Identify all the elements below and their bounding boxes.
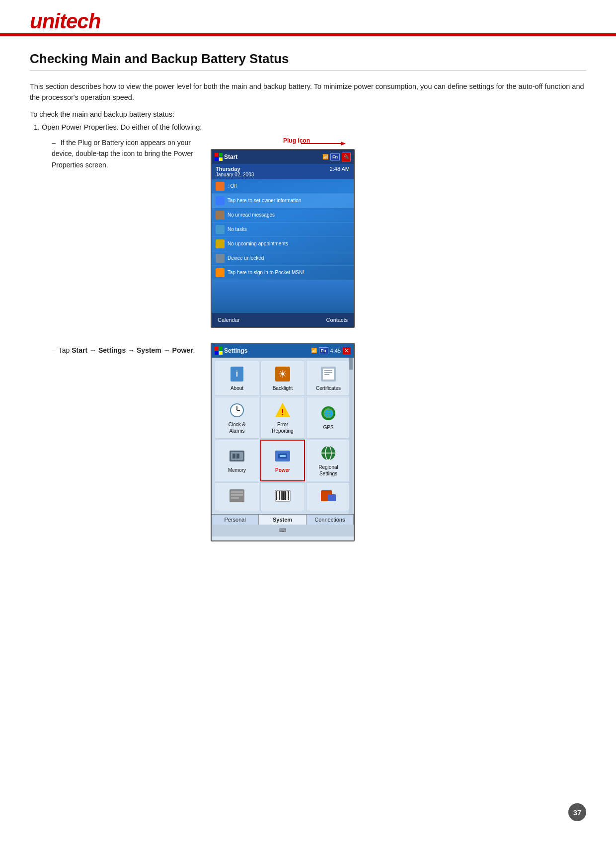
page-title: Checking Main and Backup Battery Status [30, 51, 586, 71]
svg-rect-44 [278, 491, 278, 500]
settings-tab-personal[interactable]: Personal [212, 515, 259, 525]
plug-icon: 🔌 [342, 153, 351, 161]
svg-rect-31 [236, 454, 239, 459]
phone1-date-bar: Thursday January 02, 2003 2:48 AM [212, 164, 354, 179]
error-reporting-icon: ! [274, 401, 292, 419]
svg-rect-9 [219, 351, 223, 355]
settings-item-row4-3[interactable] [306, 482, 351, 511]
phone-screenshot-1-container: Plug icon [211, 135, 355, 328]
settings-scrollbar[interactable] [349, 358, 353, 514]
logo-part1: uni [30, 9, 60, 33]
phone-screen-2: Settings 📶 Fn 4:45 ✕ [211, 343, 355, 541]
substep-2: – Tap Start → Settings → System → Power. [52, 343, 586, 541]
memory-svg [229, 448, 245, 464]
settings-item-memory[interactable]: Memory [215, 440, 259, 481]
appointments-icon [216, 239, 225, 248]
about-icon: i [228, 365, 246, 383]
plug-arrow [301, 140, 346, 147]
appointments-text: No upcoming appointments [228, 241, 288, 246]
certificates-icon [319, 365, 337, 383]
svg-marker-1 [341, 142, 346, 146]
settings-grid: i About [212, 358, 354, 514]
settings-tab-connections[interactable]: Connections [307, 515, 354, 525]
svg-rect-53 [328, 494, 336, 501]
substep-2-content: Tap Start → Settings → System → Power. [59, 345, 195, 356]
svg-rect-3 [219, 153, 223, 156]
gps-svg: 🌐 [320, 405, 337, 422]
svg-rect-39 [231, 491, 243, 493]
steps-list: Open Power Properties. Do either of the … [30, 123, 586, 541]
phone1-bottom-bar: Calendar Contacts [212, 313, 354, 327]
settings-close-icon: ✕ [343, 347, 351, 354]
svg-rect-17 [324, 372, 332, 373]
settings-item-certificates[interactable]: Certificates [306, 361, 351, 396]
svg-text:!: ! [281, 408, 284, 417]
settings-taskbar-icons: 📶 Fn 4:45 ✕ [311, 347, 351, 354]
settings-tabs: Personal System Connections [212, 514, 354, 525]
settings-content: i About [212, 358, 354, 514]
svg-text:i: i [236, 370, 238, 378]
svg-rect-16 [324, 370, 332, 371]
settings-start-label: Settings [224, 347, 247, 354]
certificates-label: Certificates [316, 385, 341, 391]
error-reporting-svg: ! [274, 402, 291, 419]
settings-item-clock[interactable]: Clock &Alarms [215, 397, 259, 439]
svg-rect-34 [280, 455, 286, 457]
phone-item-owner: Tap here to set owner information [212, 194, 354, 208]
fn-badge: Fn [330, 153, 340, 160]
svg-rect-46 [281, 491, 282, 500]
phone-item-tasks: No tasks [212, 223, 354, 237]
svg-rect-51 [288, 491, 289, 500]
phone1-calendar: Calendar [218, 317, 240, 323]
bluetooth-icon [216, 182, 225, 191]
svg-rect-30 [232, 454, 235, 459]
row4-3-icon [319, 487, 337, 505]
phone-item-msn: Tap here to sign in to Pocket MSN! [212, 266, 354, 280]
settings-scrollbar-thumb[interactable] [349, 358, 353, 370]
gps-icon: 🌐 [319, 404, 337, 422]
settings-tab-system[interactable]: System [259, 515, 306, 525]
settings-windows-icon [215, 347, 223, 355]
step-1-text: Open Power Properties. Do either of the … [42, 123, 202, 131]
svg-rect-5 [219, 157, 223, 161]
phone-screen-1: Start 📶 Fn 🔌 [211, 149, 355, 328]
substep-1-description: If the Plug or Battery icon appears on y… [52, 139, 193, 169]
step-1: Open Power Properties. Do either of the … [42, 123, 586, 541]
phone1-taskbar-icons: 📶 Fn 🔌 [322, 153, 351, 161]
gps-label: GPS [323, 424, 333, 431]
error-reporting-label: ErrorReporting [272, 421, 293, 434]
row4-2-svg [274, 487, 291, 504]
backlight-label: Backlight [273, 385, 293, 391]
page-header: unitech [0, 0, 616, 35]
svg-rect-50 [287, 491, 287, 500]
settings-start: Settings [215, 347, 247, 355]
msn-text: Tap here to sign in to Pocket MSN! [228, 270, 304, 275]
page-number: 37 [568, 803, 586, 821]
settings-item-about[interactable]: i About [215, 361, 259, 396]
settings-item-gps[interactable]: 🌐 GPS [306, 397, 351, 439]
svg-rect-41 [231, 497, 239, 499]
substep-1: – If the Plug or Battery icon appears on… [52, 135, 586, 328]
dash-1: – [52, 139, 56, 147]
phone-item-device: Device unlocked [212, 251, 354, 266]
settings-item-regional[interactable]: RegionalSettings [306, 440, 351, 481]
svg-rect-40 [231, 494, 243, 496]
windows-flag-icon [215, 153, 223, 161]
settings-item-error-reporting[interactable]: ! ErrorReporting [260, 397, 305, 439]
settings-fn-badge: Fn [319, 347, 328, 354]
company-logo: unitech [30, 9, 100, 33]
svg-rect-48 [283, 491, 285, 500]
settings-item-power[interactable]: Power [260, 440, 305, 481]
phone1-date: Thursday January 02, 2003 [216, 166, 254, 177]
check-paragraph: To check the main and backup battery sta… [30, 110, 586, 118]
owner-icon [216, 196, 225, 205]
settings-item-row4-2[interactable] [260, 482, 305, 511]
row4-3-svg [320, 487, 337, 504]
settings-item-row4-1[interactable] [215, 482, 259, 511]
settings-keyboard-bar[interactable]: ⌨ [212, 525, 354, 536]
settings-taskbar: Settings 📶 Fn 4:45 ✕ [212, 344, 354, 358]
svg-rect-7 [219, 347, 223, 350]
settings-item-backlight[interactable]: ☀ Backlight [260, 361, 305, 396]
substep-1-text: – If the Plug or Battery icon appears on… [52, 135, 201, 170]
messages-text: No unread messages [228, 212, 275, 218]
